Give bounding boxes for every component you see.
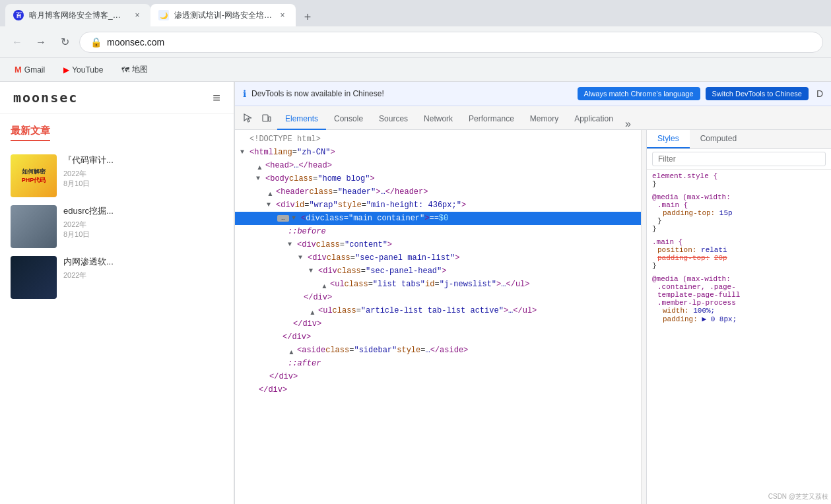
media-rule-2: @media (max-width: .container, .page- te… [652,275,826,323]
site-header: moonsec ≡ [0,82,234,114]
sec-head-triangle: ▼ [309,265,317,277]
sec-panel-head-line[interactable]: ▼ <div class="sec-panel-head" > [235,265,641,278]
devtools-tabs: Elements Console Sources Network Perform… [277,106,635,130]
aside-line[interactable]: ▶ <aside class="sidebar" style=… </aside… [235,344,641,357]
header-line[interactable]: ▶ <header class="header" >…</header> [235,185,641,199]
site-sidebar: 最新文章 如何解密 PHP代码 『代码审计... 2022年8月10日 [0,114,234,309]
moonsec-favicon: 🌙 [158,10,169,20]
tab-console[interactable]: Console [326,109,371,130]
bookmark-youtube[interactable]: ▶ YouTube [59,63,107,77]
lock-icon: 🔒 [90,37,102,47]
close-content-line: </div> [235,331,641,344]
tab-baidu-title: 暗月博客网络安全博客_百度搜索 [29,10,127,21]
more-tabs-button[interactable]: » [621,118,635,130]
template-selector: template-page-fulll [657,291,740,299]
article-date-3: 2022年 [63,270,224,280]
gmail-icon: M [15,65,22,75]
notification-text: DevTools is now available in Chinese! [251,89,572,98]
bookmark-gmail[interactable]: M Gmail [11,62,49,77]
head-triangle: ▶ [254,162,266,170]
url-display: moonsec.com [107,37,812,47]
maps-label: 地图 [132,64,148,75]
content-div-line[interactable]: ▼ <div class="content" > [235,238,641,251]
main-triangle: ▼ [292,212,300,224]
tab-performance[interactable]: Performance [461,109,522,130]
elements-tree: ▶ <!DOCTYPE html> ▼ <html lang="zh-CN" > [235,130,641,399]
match-language-button[interactable]: Always match Chrome's language [578,87,700,100]
sec-panel-triangle: ▼ [298,252,306,264]
svg-rect-0 [263,115,268,121]
media-query-2: @media (max-width: [652,275,731,283]
aside-triangle: ▶ [286,346,298,354]
elements-scrollbar[interactable] [641,130,646,504]
switch-chinese-button[interactable]: Switch DevTools to Chinese [706,87,809,100]
styles-panel: Styles Computed element.style { } @media… [646,130,831,504]
tab-baidu-close[interactable]: × [132,10,143,20]
article-info-1: 『代码审计... 2022年8月10日 [63,154,224,189]
filter-bar [647,149,831,170]
main-close: } [652,262,657,270]
article-item-2[interactable]: edusrc挖掘... 2022年8月10日 [11,205,224,248]
padding-val: ▶ 0 8px; [702,315,737,323]
padding-prop: padding: [663,315,698,323]
media-query-1: @media (max-width: [652,193,731,201]
padding-top-val: 20p [714,254,727,262]
ul-newslist-line[interactable]: ▶ <ul class="list tabs" id="j-newslist" … [235,278,641,291]
devtools-toolbar: Elements Console Sources Network Perform… [235,106,831,130]
gmail-label: Gmail [24,65,45,75]
youtube-icon: ▶ [63,65,69,75]
doctype-text: <!DOCTYPE html> [249,133,321,145]
element-style-close: } [652,180,657,188]
padding-top-prop: padding-top: [657,254,710,262]
expand-ellipsis[interactable]: … [277,215,289,222]
close-sec-panel-line: </div> [235,317,641,331]
main-selector-1: .main { [657,201,688,209]
inspect-element-button[interactable] [240,110,256,126]
tab-styles[interactable]: Styles [647,130,690,148]
address-input[interactable]: 🔒 moonsec.com [79,32,823,53]
main-container-line[interactable]: … ▼ <div class="main container" > == $0 [235,212,641,225]
cursor-icon [243,113,253,123]
tab-sources[interactable]: Sources [371,109,416,130]
bookmark-maps[interactable]: 🗺 地图 [117,61,152,78]
tab-elements[interactable]: Elements [277,109,326,130]
article-info-2: edusrc挖掘... 2022年8月10日 [63,205,224,239]
ul-triangle: ▶ [319,280,331,288]
after-pseudo-line: ::after [235,357,641,370]
tab-moonsec-title: 渗透测试培训-网络安全培训-暗月 [174,10,272,21]
reload-button[interactable]: ↻ [55,33,74,51]
article-title-1: 『代码审计... [63,154,224,166]
tab-computed[interactable]: Computed [690,130,747,148]
forward-button[interactable]: → [32,33,50,51]
maps-icon: 🗺 [121,65,129,75]
tab-network[interactable]: Network [416,109,461,130]
styles-tabs: Styles Computed [647,130,831,149]
tab-baidu[interactable]: 百 暗月博客网络安全博客_百度搜索 × [5,4,150,26]
section-title: 最新文章 [11,125,50,141]
head-line[interactable]: ▶ <head> … </head> [235,159,641,172]
filter-input[interactable] [652,152,826,166]
info-icon: ℹ [243,88,246,99]
wrap-triangle: ▼ [267,199,275,211]
close-main-line: </div> [235,370,641,383]
device-toolbar-button[interactable] [259,110,275,126]
tab-application[interactable]: Application [566,109,621,130]
dismiss-button[interactable]: D [816,88,823,99]
article-title-2: edusrc挖掘... [63,205,224,217]
body-line[interactable]: ▼ <body class="home blog" > [235,172,641,185]
article-list: 如何解密 PHP代码 『代码审计... 2022年8月10日 edusrc挖掘 [11,154,224,299]
tab-memory[interactable]: Memory [522,109,566,130]
article-list-line[interactable]: ▶ <ul class="article-list tab-list activ… [235,304,641,317]
article-item[interactable]: 如何解密 PHP代码 『代码审计... 2022年8月10日 [11,154,224,197]
article-item-3[interactable]: 内网渗透软... 2022年 [11,256,224,299]
tab-moonsec-close[interactable]: × [277,10,288,20]
html-triangle: ▼ [240,146,248,158]
sec-panel-line[interactable]: ▼ <div class="sec-panel main-list" > [235,251,641,265]
styles-content: element.style { } @media (max-width: .ma… [647,170,831,489]
back-button[interactable]: ← [8,33,26,51]
html-tag-line[interactable]: ▼ <html lang="zh-CN" > [235,146,641,159]
tab-moonsec[interactable]: 🌙 渗透测试培训-网络安全培训-暗月 × [150,4,296,26]
wrap-line[interactable]: ▼ <div id="wrap" style="min-height: 436p… [235,199,641,212]
menu-icon[interactable]: ≡ [213,90,220,106]
new-tab-button[interactable]: + [298,8,317,26]
